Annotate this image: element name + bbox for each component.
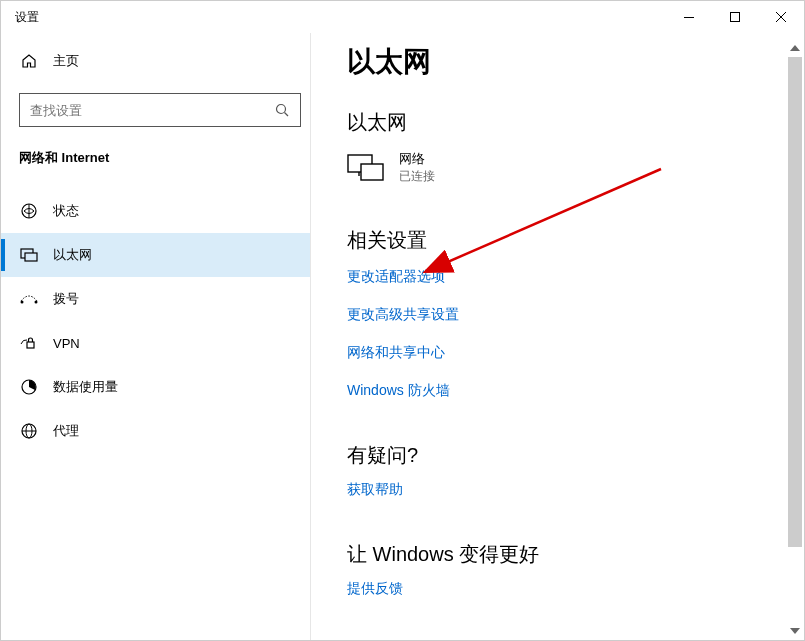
ethernet-name: 网络 [399,150,435,168]
proxy-icon [19,421,39,441]
feedback-block: 让 Windows 变得更好 提供反馈 [347,541,772,598]
link-advanced-sharing[interactable]: 更改高级共享设置 [347,306,772,324]
svg-point-8 [35,301,38,304]
svg-rect-15 [361,164,383,180]
help-title: 有疑问? [347,442,772,469]
dialup-icon [19,289,39,309]
link-feedback[interactable]: 提供反馈 [347,580,772,598]
sidebar-item-ethernet[interactable]: 以太网 [1,233,310,277]
maximize-icon [730,12,740,22]
status-icon [19,201,39,221]
ethernet-card[interactable]: 网络 已连接 [347,150,772,185]
svg-rect-9 [27,342,34,348]
sidebar-item-label: VPN [53,336,80,351]
sidebar-item-label: 拨号 [53,290,79,308]
link-network-center[interactable]: 网络和共享中心 [347,344,772,362]
link-adapter-options[interactable]: 更改适配器选项 [347,268,772,286]
maximize-button[interactable] [712,1,758,33]
svg-rect-6 [25,253,37,261]
page-title: 以太网 [347,43,772,81]
feedback-title: 让 Windows 变得更好 [347,541,772,568]
scrollbar[interactable] [788,41,802,638]
scroll-down-icon[interactable] [788,624,802,638]
sidebar-item-label: 数据使用量 [53,378,118,396]
related-title: 相关设置 [347,227,772,254]
sidebar-item-label: 代理 [53,422,79,440]
link-firewall[interactable]: Windows 防火墙 [347,382,772,400]
sidebar-item-label: 以太网 [53,246,92,264]
sidebar-item-dialup[interactable]: 拨号 [1,277,310,321]
window-title: 设置 [15,9,39,26]
scrollbar-thumb[interactable] [788,57,802,547]
ethernet-info: 网络 已连接 [399,150,435,185]
svg-rect-1 [731,13,740,22]
sidebar-item-proxy[interactable]: 代理 [1,409,310,453]
help-block: 有疑问? 获取帮助 [347,442,772,499]
sidebar-item-status[interactable]: 状态 [1,189,310,233]
minimize-icon [684,17,694,18]
nav-list: 状态 以太网 拨号 VPN [1,189,310,453]
main-panel: 以太网 以太网 网络 已连接 相关设置 更改适配器选项 更改高级共享设置 网络和… [311,33,804,640]
ethernet-device-icon [347,152,385,184]
sidebar-item-vpn[interactable]: VPN [1,321,310,365]
sidebar: 主页 网络和 Internet 状态 以太网 [1,33,311,640]
svg-rect-0 [684,17,694,18]
section-title: 网络和 Internet [19,149,310,167]
svg-point-7 [21,301,24,304]
search-input-container[interactable] [19,93,301,127]
ethernet-icon [19,245,39,265]
datausage-icon [19,377,39,397]
scroll-up-icon[interactable] [788,41,802,55]
minimize-button[interactable] [666,1,712,33]
window-controls [666,1,804,33]
subsection-title: 以太网 [347,109,772,136]
home-icon [19,51,39,71]
vpn-icon [19,333,39,353]
search-input[interactable] [30,103,274,118]
svg-line-3 [285,113,289,117]
ethernet-status: 已连接 [399,168,435,185]
search-icon [274,102,290,118]
home-label: 主页 [53,52,79,70]
sidebar-item-label: 状态 [53,202,79,220]
content-container: 主页 网络和 Internet 状态 以太网 [1,33,804,640]
close-button[interactable] [758,1,804,33]
sidebar-item-datausage[interactable]: 数据使用量 [1,365,310,409]
svg-point-2 [277,105,286,114]
related-settings-block: 相关设置 更改适配器选项 更改高级共享设置 网络和共享中心 Windows 防火… [347,227,772,400]
titlebar: 设置 [1,1,804,33]
close-icon [776,12,786,22]
link-get-help[interactable]: 获取帮助 [347,481,772,499]
home-button[interactable]: 主页 [19,41,310,81]
